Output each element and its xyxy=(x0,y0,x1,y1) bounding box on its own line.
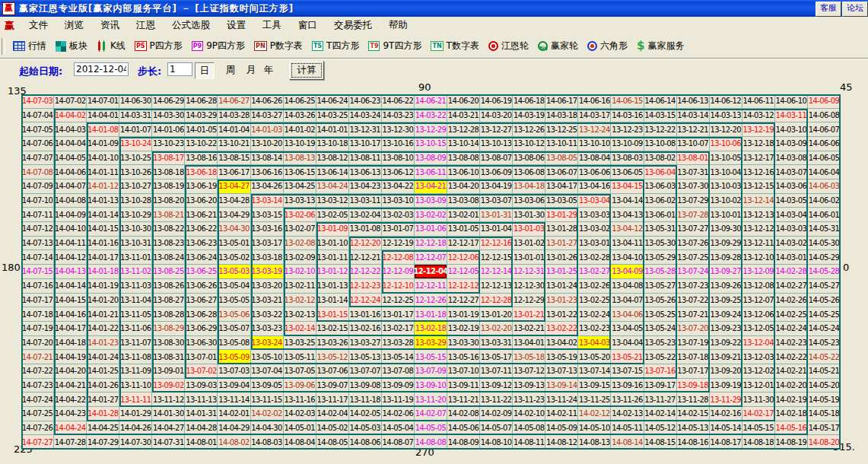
toolbar-item-quotes[interactable]: 行情 xyxy=(8,38,51,54)
date-cell: 14-08-15 xyxy=(644,435,677,450)
toolbar-item-9t-square[interactable]: T9 9T四方形 xyxy=(364,38,426,54)
date-cell: 14-04-18 xyxy=(54,336,87,351)
toolbar-item-p-number[interactable]: PN P数字表 xyxy=(250,38,307,54)
toolbar-item-t-number[interactable]: TN T数字表 xyxy=(426,38,484,54)
date-cell: 14-03-03 xyxy=(775,222,808,237)
date-cell: 13-06-16 xyxy=(251,165,284,180)
date-cell: 13-02-15 xyxy=(316,322,349,336)
date-cell: 13-11-07 xyxy=(119,336,152,351)
toolbar-item-t-square[interactable]: TS T四方形 xyxy=(307,38,364,54)
date-cell: 14-03-19 xyxy=(513,109,545,123)
date-cell: 14-03-30 xyxy=(152,109,185,123)
date-cell: 14-06-25 xyxy=(284,94,316,109)
menu-item-tools[interactable]: 工具 xyxy=(254,17,290,33)
menu-item-settings[interactable]: 设置 xyxy=(218,17,254,33)
forum-button[interactable]: 论坛 xyxy=(842,2,868,17)
toolbar-item-gann-wheel[interactable]: 江恩轮 xyxy=(484,38,533,54)
date-cell: 13-08-02 xyxy=(644,151,677,166)
menu-item-help[interactable]: 帮助 xyxy=(380,17,416,33)
date-cell: 14-01-11 xyxy=(87,165,119,180)
menu-item-gann[interactable]: 江恩 xyxy=(128,17,164,33)
date-cell: 14-05-08 xyxy=(513,421,545,436)
date-cell: 14-01-23 xyxy=(87,336,119,351)
period-week-button[interactable]: 周 xyxy=(221,62,240,78)
date-cell: 13-10-08 xyxy=(644,137,677,151)
date-cell: 13-06-28 xyxy=(185,307,218,322)
date-cell: 14-08-09 xyxy=(447,435,480,450)
date-cell: 13-05-05 xyxy=(218,294,250,308)
date-cell: 14-06-19 xyxy=(480,94,513,109)
date-cell: 13-10-24 xyxy=(119,137,152,151)
date-cell: 13-07-08 xyxy=(382,364,415,379)
date-cell: 13-10-28 xyxy=(119,194,152,208)
toolbar-item-hexagon[interactable]: 六角形 xyxy=(583,38,632,54)
customer-service-button[interactable]: 客服 xyxy=(816,2,841,17)
date-cell: 14-07-30 xyxy=(119,435,152,450)
date-cell: 13-08-24 xyxy=(152,250,185,265)
date-cell: 14-02-12 xyxy=(578,407,611,421)
date-cell: 13-04-01 xyxy=(513,336,545,351)
date-cell: 13-12-10 xyxy=(742,250,775,265)
menu-item-file[interactable]: 文件 xyxy=(21,17,56,33)
menu-item-window[interactable]: 窗口 xyxy=(290,17,326,33)
date-cell: 14-01-09 xyxy=(87,137,119,151)
date-cell: 14-07-20 xyxy=(21,336,54,351)
date-cell: 14-08-11 xyxy=(513,435,545,450)
calculate-button[interactable]: 计算 xyxy=(289,61,324,80)
toolbar-item-kline[interactable]: K线 xyxy=(92,38,130,54)
date-cell: 13-09-14 xyxy=(545,379,578,393)
date-cell: 13-06-10 xyxy=(447,165,480,180)
date-cell: 14-08-04 xyxy=(284,435,316,450)
date-cell: 14-07-14 xyxy=(21,250,54,265)
period-year-button[interactable]: 年 xyxy=(259,62,278,78)
date-cell: 13-01-11 xyxy=(316,250,349,265)
date-cell: 14-06-06 xyxy=(808,137,841,151)
toolbar-item-label: 赢家服务 xyxy=(647,40,684,52)
date-cell: 13-07-05 xyxy=(284,364,316,379)
date-cell: 14-02-22 xyxy=(775,350,808,364)
date-cell: 14-05-23 xyxy=(808,336,841,351)
date-cell: 13-10-03 xyxy=(710,180,742,194)
date-cell: 14-08-18 xyxy=(742,435,775,450)
date-cell: 13-01-17 xyxy=(382,307,415,322)
date-cell: 14-03-07 xyxy=(775,165,808,180)
toolbar-item-9p-square[interactable]: P9 9P四方形 xyxy=(187,38,250,54)
date-cell: 14-03-24 xyxy=(349,109,382,123)
menu-item-browse[interactable]: 浏览 xyxy=(56,17,92,33)
date-cell: 13-11-22 xyxy=(480,392,513,407)
date-cell: 13-10-20 xyxy=(251,137,284,151)
date-cell: 14-03-26 xyxy=(284,109,316,123)
menu-item-news[interactable]: 资讯 xyxy=(92,17,128,33)
date-cell: 13-02-12 xyxy=(284,294,316,308)
date-cell: 13-12-05 xyxy=(742,322,775,336)
start-date-input[interactable] xyxy=(74,62,129,76)
date-cell: 13-06-14 xyxy=(316,165,349,180)
toolbar-item-p-square[interactable]: PS P四方形 xyxy=(130,38,187,54)
toolbar-item-blocks[interactable]: 板块 xyxy=(51,38,92,54)
toolbar-item-winner-service[interactable]: $ 赢家服务 xyxy=(632,38,688,54)
date-cell: 12-12-27 xyxy=(447,294,480,308)
period-day-button[interactable]: 日 xyxy=(195,62,215,79)
date-cell: 14-06-26 xyxy=(251,94,284,109)
date-cell: 13-08-29 xyxy=(152,322,185,336)
date-cell: 14-01-19 xyxy=(87,279,119,294)
date-cell: 14-03-28 xyxy=(218,109,250,123)
t9-square-icon: T9 xyxy=(368,41,380,51)
date-cell: 13-06-20 xyxy=(185,194,218,208)
date-cell: 14-04-27 xyxy=(152,421,185,436)
period-month-button[interactable]: 月 xyxy=(242,62,260,78)
menu-item-formula[interactable]: 公式选股 xyxy=(164,17,218,33)
step-input[interactable] xyxy=(167,62,192,76)
date-cell: 14-08-03 xyxy=(251,435,284,450)
date-cell: 14-01-25 xyxy=(87,364,119,379)
date-cell: 14-06-29 xyxy=(152,94,185,109)
date-cell: 13-09-03 xyxy=(185,379,218,393)
toolbar-item-winner-wheel[interactable]: Big 赢家轮 xyxy=(533,38,583,54)
date-cell: 13-01-14 xyxy=(316,294,349,308)
date-cell: 13-04-18 xyxy=(513,180,545,194)
date-cell: 13-10-14 xyxy=(447,137,480,151)
toolbar-item-label: T数字表 xyxy=(447,40,479,52)
date-cell: 13-09-26 xyxy=(710,279,742,294)
date-cell: 13-06-29 xyxy=(185,322,218,336)
menu-item-trade[interactable]: 交易委托 xyxy=(326,17,380,33)
